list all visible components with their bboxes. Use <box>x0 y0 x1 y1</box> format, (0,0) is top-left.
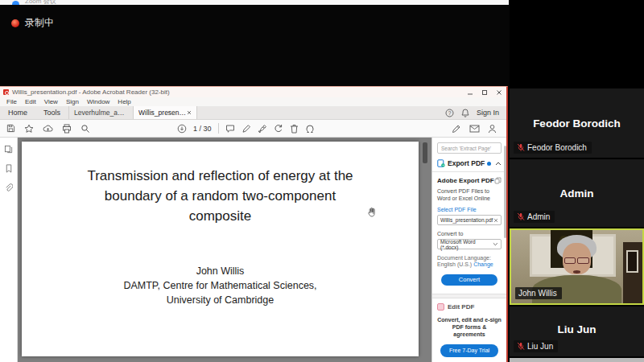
menu-help[interactable]: Help <box>114 98 134 105</box>
copy-icon <box>494 177 502 184</box>
tabbar: Home Tools Leverhulme_applic... Willis_p… <box>0 106 506 120</box>
page-indicator[interactable]: 1 / 30 <box>193 125 212 133</box>
search-icon[interactable] <box>80 124 90 134</box>
zoom-meeting-screen: Zoom 会议 录制中 Willis_presentation.pdf - Ad… <box>0 0 644 362</box>
maximize-button[interactable] <box>477 88 492 97</box>
acrobat-main: Transmission and reflection of energy at… <box>0 138 506 362</box>
close-button[interactable] <box>492 88 506 97</box>
help-circle-icon[interactable]: ? <box>445 109 454 117</box>
page-thumbnails-icon[interactable] <box>4 145 13 154</box>
acrobat-window: Willis_presentation.pdf - Adobe Acrobat … <box>0 86 508 362</box>
share-person-icon[interactable] <box>488 124 497 134</box>
zoom-window-titlebar: Zoom 会议 <box>0 0 509 5</box>
pencil-icon[interactable] <box>242 124 251 134</box>
document-language-row: English (U.S.) Change <box>437 261 502 267</box>
toolbar-center: 1 / 30 <box>177 123 315 134</box>
document-language-value: English (U.S.) <box>437 261 472 267</box>
email-icon[interactable] <box>469 125 480 133</box>
export-pdf-icon <box>437 159 445 167</box>
minimize-button[interactable] <box>463 88 477 97</box>
toolbar-left <box>0 124 97 134</box>
tabbar-right: ? Sign In <box>445 106 506 119</box>
recording-label: 录制中 <box>25 16 54 30</box>
remove-file-icon[interactable] <box>493 218 498 223</box>
edit-pdf-icon <box>437 303 444 311</box>
name-chip: Liu Jun <box>514 340 558 352</box>
acrobat-app-icon <box>3 89 9 95</box>
video-picture-frame <box>626 250 638 272</box>
chevron-up-icon[interactable] <box>495 162 502 166</box>
bookmarks-icon[interactable] <box>5 164 13 173</box>
panel-section-gap <box>432 294 506 298</box>
star-icon[interactable] <box>24 124 34 134</box>
panel-scrollbar[interactable] <box>504 146 506 238</box>
comment-icon[interactable] <box>225 124 235 134</box>
convert-button[interactable]: Convert <box>441 274 497 286</box>
tab-willis-doc[interactable]: Willis_presentation.... <box>133 106 197 119</box>
name-chip: Admin <box>514 211 555 223</box>
attachments-icon[interactable] <box>4 183 13 192</box>
edit-pdf-section-header[interactable]: Edit PDF <box>437 303 502 311</box>
acrobat-window-title: Willis_presentation.pdf - Adobe Acrobat … <box>12 88 170 96</box>
lasso-icon[interactable] <box>305 124 315 134</box>
chevron-down-icon <box>493 242 498 246</box>
pdf-page[interactable]: Transmission and reflection of energy at… <box>22 142 419 356</box>
toolbar-right <box>452 124 506 134</box>
info-dot-icon <box>487 162 491 166</box>
left-rail <box>0 138 18 362</box>
select-pdf-file-link[interactable]: Select PDF File <box>437 207 502 212</box>
zoom-logo-icon <box>12 1 19 5</box>
sign-in-button[interactable]: Sign In <box>477 109 499 117</box>
menu-file[interactable]: File <box>2 98 21 105</box>
recording-dot-icon <box>11 19 19 27</box>
recording-indicator: 录制中 <box>11 16 54 30</box>
participants-sidebar: Feodor Borodich Feodor Borodich Admin Ad… <box>510 0 644 362</box>
menubar: File Edit View Sign Window Help <box>0 97 506 106</box>
notifications-bell-icon[interactable] <box>461 109 469 117</box>
muted-mic-icon <box>517 212 525 221</box>
selected-file-box[interactable]: Willis_presentation.pdf <box>437 215 502 225</box>
format-select[interactable]: Microsoft Word (*.docx) <box>437 239 502 249</box>
tab-tools[interactable]: Tools <box>35 106 68 119</box>
slide-title: Transmission and reflection of energy at… <box>22 166 419 226</box>
save-icon[interactable] <box>6 124 15 133</box>
selected-file-name: Willis_presentation.pdf <box>440 217 493 223</box>
participant-tile-feodor[interactable]: Feodor Borodich Feodor Borodich <box>510 88 644 158</box>
name-chip: John Willis <box>515 287 562 299</box>
acrobat-titlebar[interactable]: Willis_presentation.pdf - Adobe Acrobat … <box>0 87 506 97</box>
change-language-link[interactable]: Change <box>473 261 493 267</box>
menu-sign[interactable]: Sign <box>62 98 83 105</box>
document-scrollbar[interactable] <box>423 142 427 163</box>
free-trial-button[interactable]: Free 7-Day Trial <box>440 344 498 357</box>
promo-text: Convert, edit and e-sign PDF forms & agr… <box>437 316 502 338</box>
fill-sign-icon[interactable] <box>258 124 267 134</box>
export-pdf-panel: Search 'Extract Page' Export PDF Adobe E… <box>431 138 506 362</box>
convert-to-label: Convert to <box>437 231 502 237</box>
hand-cursor-icon <box>368 206 377 220</box>
participant-tile-admin[interactable]: Admin Admin <box>510 159 644 227</box>
menu-view[interactable]: View <box>40 98 62 105</box>
previous-view-icon[interactable] <box>177 124 187 134</box>
panel-divider <box>432 171 506 172</box>
export-pdf-section-header[interactable]: Export PDF <box>437 159 502 167</box>
trash-icon[interactable] <box>290 124 299 134</box>
cloud-upload-icon[interactable] <box>43 124 53 133</box>
print-icon[interactable] <box>62 124 72 134</box>
participant-tile-john-willis[interactable]: John Willis <box>510 228 644 305</box>
menu-edit[interactable]: Edit <box>21 98 40 105</box>
format-value: Microsoft Word (*.docx) <box>440 239 493 250</box>
name-chip: Feodor Borodich <box>514 142 592 154</box>
tools-search-input[interactable]: Search 'Extract Page' <box>437 142 502 154</box>
muted-mic-icon <box>517 342 525 351</box>
muted-mic-icon <box>517 143 525 152</box>
speaker-mouth <box>573 270 581 274</box>
tab-leverhulme-doc[interactable]: Leverhulme_applic... <box>68 106 133 119</box>
toolbar-divider <box>218 123 219 134</box>
close-tab-icon[interactable] <box>187 110 192 115</box>
sign-pen-icon[interactable] <box>452 124 461 134</box>
menu-window[interactable]: Window <box>83 98 114 105</box>
tab-home[interactable]: Home <box>0 106 35 119</box>
participant-tile-liu-jun[interactable]: Liu Jun Liu Jun <box>510 306 644 356</box>
export-description: Convert PDF Files to Word or Excel Onlin… <box>437 187 502 202</box>
rotate-icon[interactable] <box>274 124 283 134</box>
